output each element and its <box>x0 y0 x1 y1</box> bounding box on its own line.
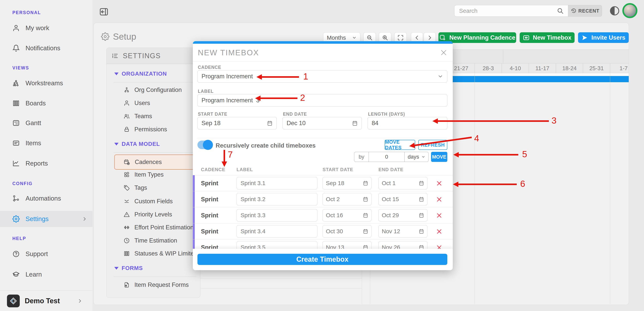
by-value-input[interactable]: 0 <box>369 152 404 162</box>
delete-row-icon[interactable] <box>436 196 442 202</box>
theme-contrast-icon[interactable] <box>610 6 620 16</box>
row-cadence: Sprint <box>201 212 218 219</box>
col-header-label: LABEL <box>236 167 253 172</box>
new-timebox-button[interactable]: New Timebox <box>520 32 574 43</box>
settings-group-data-model[interactable]: DATA MODEL <box>114 141 160 147</box>
button-label: Invite Users <box>592 34 626 41</box>
gantt-gridline-sep <box>610 73 610 304</box>
settings-item-users[interactable]: Users <box>106 98 200 109</box>
settings-item-effort-point-estimation[interactable]: Effort Point Estimation <box>106 222 200 233</box>
annotation-number-3: 3 <box>552 115 556 126</box>
delete-row-icon[interactable] <box>436 228 442 234</box>
row-end-date-field[interactable]: Oct 29 <box>378 209 428 222</box>
button-label: New Timebox <box>533 34 571 41</box>
end-date-field[interactable]: Dec 10 <box>282 117 362 130</box>
sidebar-item-learn[interactable]: Learn <box>0 268 92 281</box>
collapse-sidebar-icon[interactable] <box>99 7 109 17</box>
user-avatar[interactable] <box>622 3 638 18</box>
automations-icon <box>12 195 20 202</box>
row-start-value: Oct 2 <box>326 196 340 202</box>
row-start-date-field[interactable]: Sep 18 <box>322 177 372 189</box>
col-header-start: START DATE <box>322 167 353 172</box>
move-button[interactable]: MOVE <box>431 152 447 162</box>
sidebar-item-settings[interactable]: Settings <box>0 211 92 227</box>
annotation-arrow-3 <box>438 120 549 122</box>
row-end-date-field[interactable]: Oct 15 <box>378 193 428 206</box>
row-label-input[interactable] <box>236 209 317 222</box>
settings-group-forms[interactable]: FORMS <box>114 265 143 271</box>
settings-item-permissions[interactable]: Permissions <box>106 124 200 135</box>
settings-item-org-configuration[interactable]: Org Configuration <box>106 84 200 96</box>
settings-item-label: Priority Levels <box>134 211 172 218</box>
chevron-down-icon <box>352 36 356 40</box>
settings-item-time-estimation[interactable]: Time Estimation <box>106 235 200 246</box>
settings-item-item-types[interactable]: Item Types <box>106 169 200 180</box>
recursive-toggle-label: Recursively create child timeboxes <box>216 142 316 149</box>
close-icon[interactable] <box>440 49 447 56</box>
reports-icon <box>12 160 20 167</box>
sidebar-item-reports[interactable]: Reports <box>0 157 92 170</box>
by-unit-select[interactable]: days <box>404 152 428 162</box>
square-plus-icon <box>439 34 446 41</box>
settings-item-teams[interactable]: Teams <box>106 111 200 122</box>
invite-users-button[interactable]: Invite Users <box>578 32 629 43</box>
row-start-date-field[interactable]: Oct 30 <box>322 225 372 238</box>
settings-item-label: Tags <box>134 184 147 191</box>
workspace-name: Demo Test <box>25 297 60 305</box>
chevron-down-icon <box>438 74 443 79</box>
search-input[interactable] <box>454 5 568 17</box>
settings-item-priority-levels[interactable]: Priority Levels <box>106 209 200 220</box>
settings-item-statuses-wip-limiters[interactable]: Statuses & WIP Limiters <box>106 248 200 259</box>
sidebar-item-gantt[interactable]: Gantt <box>0 116 92 130</box>
row-cadence: Sprint <box>201 228 218 235</box>
row-start-date-field[interactable]: Oct 2 <box>322 193 372 206</box>
delete-row-icon[interactable] <box>436 212 442 218</box>
row-label-input[interactable] <box>236 193 317 206</box>
org-chart-icon <box>124 87 130 93</box>
items-icon <box>12 140 20 147</box>
sidebar-item-label: Settings <box>26 215 48 222</box>
delete-row-icon[interactable] <box>436 180 442 186</box>
settings-panel: SETTINGS ORGANIZATION Org Configuration … <box>106 48 200 298</box>
sidebar-section-config: CONFIG <box>12 181 32 186</box>
caret-down-icon <box>114 267 118 270</box>
sidebar-item-notifications[interactable]: Notifications <box>0 42 92 55</box>
sidebar-section-help: HELP <box>12 236 26 241</box>
workspace-switcher[interactable]: Demo Test <box>0 294 92 308</box>
sidebar-item-my-work[interactable]: My work <box>0 21 92 35</box>
annotation-number-4: 4 <box>474 133 479 144</box>
settings-item-cadences[interactable]: Cadences <box>114 154 196 170</box>
sidebar-item-label: Learn <box>26 271 42 278</box>
form-document-icon <box>124 282 130 288</box>
dumbbell-icon <box>124 224 130 230</box>
row-label-input[interactable] <box>236 225 317 238</box>
start-date-field[interactable]: Sep 18 <box>198 117 277 130</box>
cadence-color-bar <box>193 175 195 191</box>
sidebar: PERSONAL My work Notifications VIEWS Wor… <box>0 0 92 311</box>
sidebar-item-support[interactable]: Support <box>0 247 92 261</box>
sidebar-item-automations[interactable]: Automations <box>0 192 92 205</box>
group-label: ORGANIZATION <box>122 70 167 77</box>
recent-button[interactable]: RECENT <box>568 5 602 17</box>
row-end-date-field[interactable]: Nov 12 <box>378 225 428 238</box>
settings-group-organization[interactable]: ORGANIZATION <box>114 70 167 77</box>
sidebar-item-workstreams[interactable]: Workstreams <box>0 76 92 90</box>
sidebar-item-boards[interactable]: Boards <box>0 96 92 110</box>
create-timebox-button[interactable]: Create Timebox <box>198 254 447 265</box>
app-root: PERSONAL My work Notifications VIEWS Wor… <box>0 0 644 311</box>
page-header: Setup <box>101 31 136 42</box>
calendar-icon <box>419 196 424 202</box>
settings-item-tags[interactable]: Tags <box>106 182 200 194</box>
gantt-week-labels: 21-2728-34-1011-1718-2425-311-7 <box>448 64 629 73</box>
sidebar-item-items[interactable]: Items <box>0 136 92 150</box>
settings-item-custom-fields[interactable]: Custom Fields <box>106 196 200 207</box>
cadence-select[interactable]: Program Increment <box>198 70 447 82</box>
child-timebox-rows: Sprint Sep 18 Oct 1 <box>193 175 453 255</box>
row-start-date-field[interactable]: Oct 16 <box>322 209 372 222</box>
settings-item-item-request-forms[interactable]: Item Request Forms <box>106 279 200 290</box>
recursive-toggle[interactable] <box>198 140 212 149</box>
row-end-date-field[interactable]: Oct 1 <box>378 177 428 189</box>
gear-icon <box>12 215 20 222</box>
row-label-input[interactable] <box>236 177 317 189</box>
timebox-label-input[interactable] <box>198 94 447 106</box>
